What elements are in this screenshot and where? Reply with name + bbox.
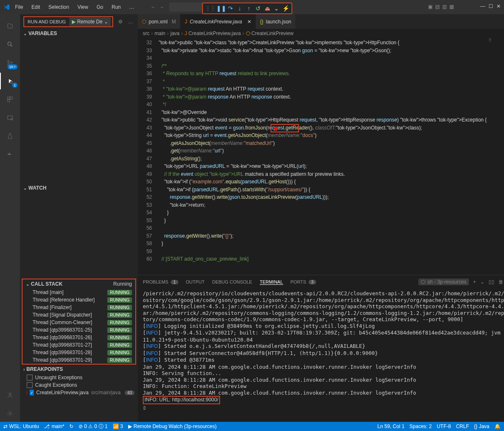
call-stack-section[interactable]: ⌄CALL STACK Running	[23, 279, 135, 289]
debug-config-select[interactable]: ▶ Remote De ⌄	[69, 18, 111, 26]
more-icon[interactable]: …	[128, 19, 133, 25]
call-stack-row[interactable]: Thread [Reference Handler]RUNNING	[23, 296, 135, 304]
debug-sidebar: RUN AND DEBUG ▶ Remote De ⌄ ⚙ … ⌄VARIABL…	[20, 14, 138, 422]
minimize-icon[interactable]: —	[480, 3, 485, 9]
menu-view[interactable]: View	[74, 3, 91, 12]
menu-run[interactable]: Run	[108, 3, 124, 12]
call-stack-row[interactable]: Thread [main]RUNNING	[23, 289, 135, 296]
terminal-selector[interactable]: ⬡ sh - 3p-resources	[418, 279, 469, 285]
code-editor[interactable]: "tok-kw">public "tok-kw">class "tok-type…	[159, 38, 487, 275]
search-icon[interactable]	[0, 36, 20, 53]
editor-tab[interactable]: {}launch.json	[256, 14, 296, 29]
chevron-down-icon: ⌄	[104, 19, 108, 25]
editor-tab[interactable]: JCreateLinkPreview.java✕	[180, 14, 256, 29]
hot-reload-icon[interactable]: ⚡	[282, 5, 289, 12]
svg-rect-7	[8, 100, 10, 102]
indent-status[interactable]: Spaces: 2	[410, 423, 432, 429]
minimap[interactable]	[487, 38, 504, 275]
command-center[interactable]	[169, 3, 203, 12]
editor-tabs: ⬡pom.xmlMJCreateLinkPreview.java✕{}launc…	[138, 14, 504, 29]
account-icon[interactable]	[0, 387, 20, 403]
svg-rect-6	[10, 97, 13, 99]
checkbox[interactable]: ✓	[30, 390, 34, 396]
panel-tab[interactable]: DEBUG CONSOLE	[212, 279, 252, 285]
breakpoint-row[interactable]: ✓CreateLinkPreview.javasrc/main/java43	[20, 389, 138, 396]
breakpoint-glyph-icon[interactable]	[274, 127, 278, 131]
disconnect-icon[interactable]: ⏏	[264, 5, 271, 12]
breakpoints-section[interactable]: ›BREAKPOINTS	[20, 365, 138, 374]
eol-status[interactable]: CRLF	[456, 423, 469, 429]
layout-icon[interactable]: ▥	[442, 4, 447, 10]
docker-icon[interactable]	[0, 146, 20, 163]
call-stack-row[interactable]: Thread [qtp399683701-28]RUNNING	[23, 349, 135, 356]
add-terminal-icon[interactable]: +	[473, 279, 476, 285]
breakpoint-row[interactable]: Uncaught Exceptions	[20, 374, 138, 381]
nav-forward-icon[interactable]: →	[159, 4, 164, 10]
call-stack-row[interactable]: Thread [qtp399683701-27]RUNNING	[23, 341, 135, 349]
debug-icon[interactable]: 1	[0, 73, 20, 89]
step-into-icon[interactable]: ↓	[236, 5, 243, 12]
step-over-icon[interactable]: ↷	[227, 5, 234, 12]
debug-status[interactable]: ▶ Remote Debug Watch (3p-resources)	[128, 423, 217, 429]
menu-go[interactable]: Go	[93, 3, 106, 12]
call-stack-row[interactable]: Thread [Finalizer]RUNNING	[23, 304, 135, 311]
language-status[interactable]: {} Java	[474, 423, 489, 429]
svg-point-9	[11, 119, 13, 120]
git-branch[interactable]: ⎇ main*	[44, 423, 64, 429]
checkbox[interactable]	[27, 382, 33, 388]
settings-gear-icon[interactable]: ⚙	[118, 19, 123, 25]
call-stack-row[interactable]: Thread [Signal Dispatcher]RUNNING	[23, 311, 135, 319]
layout-icon[interactable]: ▦	[449, 4, 454, 10]
breadcrumb[interactable]: src›main›java›J CreateLinkPreview.java›⬡…	[138, 29, 504, 38]
cursor-position[interactable]: Ln 59, Col 1	[377, 423, 405, 429]
settings-gear-icon[interactable]	[0, 405, 20, 422]
call-stack-row[interactable]: Thread [qtp399683701-25]RUNNING	[23, 326, 135, 334]
variables-section[interactable]: ⌄VARIABLES	[20, 29, 138, 38]
menu-file[interactable]: File	[12, 3, 26, 12]
nav-back-icon[interactable]: ←	[151, 4, 156, 10]
chevron-down-icon[interactable]: ⌄	[480, 279, 484, 285]
editor-tab[interactable]: ⬡pom.xmlM	[138, 14, 180, 29]
line-gutter[interactable]: 3233343536373839404142434445464748495051…	[138, 38, 159, 275]
panel-tab[interactable]: PROBLEMS1	[143, 279, 178, 285]
pause-icon[interactable]: ❚❚	[218, 5, 225, 12]
breakpoint-row[interactable]: Caught Exceptions	[20, 381, 138, 389]
sync-icon[interactable]: ↻	[69, 423, 73, 429]
layout-icon[interactable]: ▣	[428, 4, 433, 10]
step-out-icon[interactable]: ↑	[246, 5, 252, 12]
activity-bar: 1K+ 1	[0, 14, 20, 422]
menu-selection[interactable]: Selection	[45, 3, 72, 12]
panel-tab[interactable]: OUTPUT	[186, 279, 205, 285]
scm-icon[interactable]: 1K+	[0, 54, 20, 71]
maximize-icon[interactable]: ☐	[489, 3, 493, 9]
chevron-down-icon[interactable]: ⌄	[273, 5, 280, 12]
remote-indicator[interactable]: ⇄ WSL: Ubuntu	[3, 423, 39, 429]
grip-icon[interactable]: ⋮⋮	[205, 5, 215, 11]
restart-icon[interactable]: ↺	[255, 5, 261, 12]
extensions-icon[interactable]	[0, 91, 20, 108]
terminal-output[interactable]: /pierrick/.m2/repository/io/cloudevents/…	[138, 289, 504, 422]
problems-status[interactable]: ⊘ 0 ⚠ 0 ⓘ 1	[79, 423, 108, 430]
testing-icon[interactable]	[0, 128, 20, 145]
watch-section[interactable]: ⌄WATCH	[20, 183, 138, 193]
call-stack-row[interactable]: Thread [Common-Cleaner]RUNNING	[23, 319, 135, 326]
call-stack-row[interactable]: Thread [qtp399683701-26]RUNNING	[23, 334, 135, 341]
trash-icon[interactable]: 🗑	[499, 279, 504, 285]
explorer-icon[interactable]	[0, 18, 20, 34]
ports-status[interactable]: 📶 3	[113, 423, 123, 429]
remote-explorer-icon[interactable]	[0, 109, 20, 126]
svg-rect-11	[9, 154, 10, 155]
panel-tab[interactable]: TERMINAL	[260, 279, 283, 285]
split-terminal-icon[interactable]: ▯▯	[489, 279, 494, 285]
encoding-status[interactable]: UTF-8	[437, 423, 451, 429]
svg-rect-5	[8, 97, 10, 99]
close-icon[interactable]: ✕	[496, 3, 501, 9]
notifications-icon[interactable]: 🔔	[494, 423, 501, 429]
layout-icon[interactable]: ▤	[435, 4, 440, 10]
menu-more[interactable]: …	[126, 3, 137, 12]
checkbox[interactable]	[27, 375, 33, 380]
call-stack-row[interactable]: Thread [qtp399683701-29]RUNNING	[23, 356, 135, 364]
panel-tab[interactable]: PORTS3	[291, 279, 316, 285]
menu-edit[interactable]: Edit	[28, 3, 43, 12]
scm-badge: 1K+	[8, 64, 18, 69]
